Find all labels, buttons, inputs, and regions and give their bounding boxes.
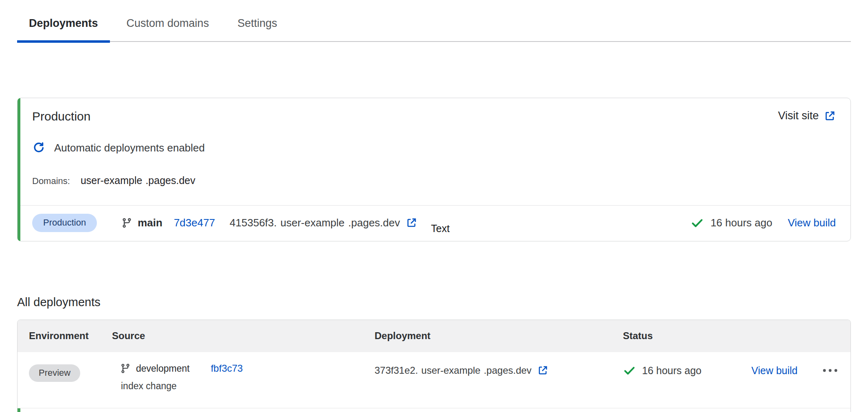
deployments-table: Environment Source Deployment Status Pre… xyxy=(17,320,851,412)
column-header-deployment: Deployment xyxy=(375,330,623,342)
table-row-partial xyxy=(18,408,850,412)
deployment-id: 373f31e2. xyxy=(375,365,418,376)
check-icon xyxy=(623,364,636,377)
deployment-domain-suffix: .pages.dev xyxy=(484,365,531,376)
commit-link[interactable]: 7d3e477 xyxy=(174,217,215,229)
commit-message: index change xyxy=(121,381,375,392)
visit-site-label: Visit site xyxy=(778,110,819,122)
git-branch-icon xyxy=(120,363,131,374)
deployment-domain: user-example xyxy=(421,365,480,376)
table-header-row: Environment Source Deployment Status xyxy=(18,320,850,352)
external-link-icon xyxy=(824,110,836,122)
domain-suffix: .pages.dev xyxy=(145,175,195,186)
deployment-domain-suffix: .pages.dev xyxy=(348,217,400,229)
check-icon xyxy=(690,216,704,230)
deployment-url: 415356f3. user-example .pages.dev xyxy=(230,217,417,229)
production-card: Production Visit site Automa xyxy=(17,98,851,241)
tab-deployments[interactable]: Deployments xyxy=(17,11,110,41)
branch-name: development xyxy=(136,363,190,374)
git-branch-icon xyxy=(121,217,132,228)
tab-custom-domains[interactable]: Custom domains xyxy=(115,11,221,41)
deployment-time: 16 hours ago xyxy=(642,365,701,377)
refresh-icon xyxy=(32,141,45,154)
branch-name: main xyxy=(138,217,162,229)
all-deployments-heading: All deployments xyxy=(17,296,868,309)
column-header-status: Status xyxy=(623,330,850,342)
domain-name: user-example xyxy=(81,175,142,186)
deployment-domain: user-example xyxy=(281,217,345,229)
table-row: Preview development fbf3c73 index change… xyxy=(18,352,850,408)
column-header-source: Source xyxy=(112,330,375,342)
auto-deploy-status-text: Automatic deployments enabled xyxy=(54,142,205,154)
text-annotation: Text xyxy=(431,223,450,234)
domains-label: Domains: xyxy=(32,176,70,186)
tab-bar: Deployments Custom domains Settings xyxy=(17,11,851,42)
production-card-title: Production xyxy=(32,110,90,123)
external-link-icon[interactable] xyxy=(537,365,548,376)
visit-site-link[interactable]: Visit site xyxy=(778,110,836,122)
column-header-environment: Environment xyxy=(18,330,112,342)
view-build-link[interactable]: View build xyxy=(751,365,798,377)
deployment-time: 16 hours ago xyxy=(710,217,772,229)
environment-badge-preview: Preview xyxy=(29,364,80,382)
deployment-id: 415356f3. xyxy=(230,217,277,229)
more-options-icon[interactable] xyxy=(821,364,839,377)
commit-link[interactable]: fbf3c73 xyxy=(211,363,243,374)
view-build-link[interactable]: View build xyxy=(788,217,836,229)
deployment-url: 373f31e2. user-example .pages.dev xyxy=(375,363,623,376)
production-deployment-row: Production main 7d3e477 415356f3. user-e… xyxy=(18,205,850,241)
tab-settings[interactable]: Settings xyxy=(226,11,289,41)
environment-badge-production: Production xyxy=(32,214,97,232)
external-link-icon[interactable] xyxy=(406,217,417,229)
